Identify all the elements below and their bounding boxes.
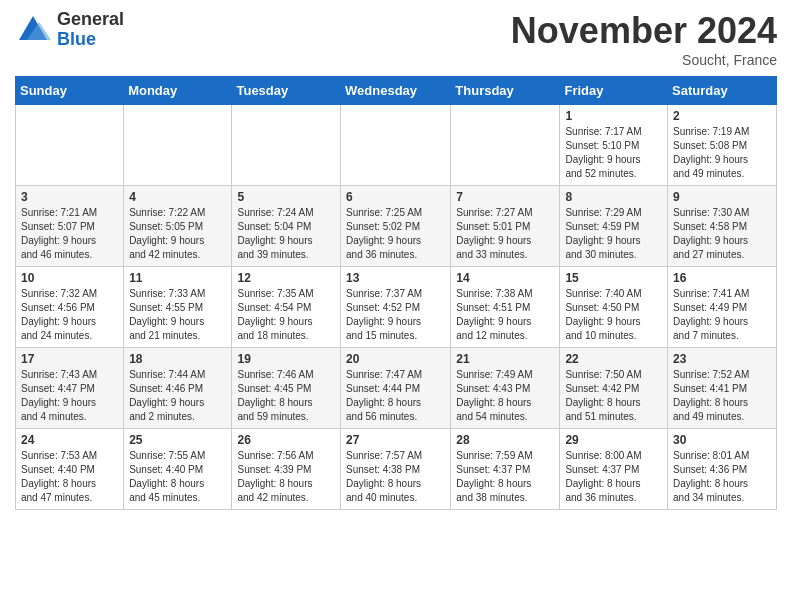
weekday-monday: Monday [124,77,232,105]
day-info: Sunrise: 7:41 AM Sunset: 4:49 PM Dayligh… [673,287,771,343]
day-number: 25 [129,433,226,447]
day-info: Sunrise: 7:27 AM Sunset: 5:01 PM Dayligh… [456,206,554,262]
calendar-cell: 14Sunrise: 7:38 AM Sunset: 4:51 PM Dayli… [451,267,560,348]
day-info: Sunrise: 7:47 AM Sunset: 4:44 PM Dayligh… [346,368,445,424]
calendar-cell: 8Sunrise: 7:29 AM Sunset: 4:59 PM Daylig… [560,186,668,267]
day-number: 7 [456,190,554,204]
calendar-cell: 26Sunrise: 7:56 AM Sunset: 4:39 PM Dayli… [232,429,341,510]
day-info: Sunrise: 7:59 AM Sunset: 4:37 PM Dayligh… [456,449,554,505]
calendar-cell: 16Sunrise: 7:41 AM Sunset: 4:49 PM Dayli… [668,267,777,348]
day-info: Sunrise: 7:17 AM Sunset: 5:10 PM Dayligh… [565,125,662,181]
day-info: Sunrise: 7:38 AM Sunset: 4:51 PM Dayligh… [456,287,554,343]
day-info: Sunrise: 7:55 AM Sunset: 4:40 PM Dayligh… [129,449,226,505]
calendar-cell: 30Sunrise: 8:01 AM Sunset: 4:36 PM Dayli… [668,429,777,510]
day-info: Sunrise: 7:30 AM Sunset: 4:58 PM Dayligh… [673,206,771,262]
day-info: Sunrise: 7:19 AM Sunset: 5:08 PM Dayligh… [673,125,771,181]
logo-general-text: General [57,10,124,30]
month-title: November 2024 [511,10,777,52]
header: General Blue November 2024 Soucht, Franc… [15,10,777,68]
calendar-cell: 3Sunrise: 7:21 AM Sunset: 5:07 PM Daylig… [16,186,124,267]
day-info: Sunrise: 7:53 AM Sunset: 4:40 PM Dayligh… [21,449,118,505]
day-info: Sunrise: 7:46 AM Sunset: 4:45 PM Dayligh… [237,368,335,424]
calendar-week-row: 10Sunrise: 7:32 AM Sunset: 4:56 PM Dayli… [16,267,777,348]
weekday-friday: Friday [560,77,668,105]
calendar-cell: 15Sunrise: 7:40 AM Sunset: 4:50 PM Dayli… [560,267,668,348]
calendar-cell [16,105,124,186]
calendar-cell: 12Sunrise: 7:35 AM Sunset: 4:54 PM Dayli… [232,267,341,348]
day-info: Sunrise: 7:37 AM Sunset: 4:52 PM Dayligh… [346,287,445,343]
day-number: 13 [346,271,445,285]
calendar-cell [341,105,451,186]
day-number: 14 [456,271,554,285]
weekday-wednesday: Wednesday [341,77,451,105]
calendar-header: SundayMondayTuesdayWednesdayThursdayFrid… [16,77,777,105]
day-number: 11 [129,271,226,285]
calendar-cell: 27Sunrise: 7:57 AM Sunset: 4:38 PM Dayli… [341,429,451,510]
day-info: Sunrise: 7:24 AM Sunset: 5:04 PM Dayligh… [237,206,335,262]
day-number: 16 [673,271,771,285]
calendar-cell: 19Sunrise: 7:46 AM Sunset: 4:45 PM Dayli… [232,348,341,429]
calendar-cell: 11Sunrise: 7:33 AM Sunset: 4:55 PM Dayli… [124,267,232,348]
day-number: 9 [673,190,771,204]
day-info: Sunrise: 8:01 AM Sunset: 4:36 PM Dayligh… [673,449,771,505]
calendar-cell: 20Sunrise: 7:47 AM Sunset: 4:44 PM Dayli… [341,348,451,429]
day-number: 19 [237,352,335,366]
calendar-cell [232,105,341,186]
day-number: 15 [565,271,662,285]
calendar-cell: 22Sunrise: 7:50 AM Sunset: 4:42 PM Dayli… [560,348,668,429]
calendar-cell: 7Sunrise: 7:27 AM Sunset: 5:01 PM Daylig… [451,186,560,267]
day-number: 4 [129,190,226,204]
day-number: 5 [237,190,335,204]
weekday-tuesday: Tuesday [232,77,341,105]
day-number: 26 [237,433,335,447]
day-info: Sunrise: 7:43 AM Sunset: 4:47 PM Dayligh… [21,368,118,424]
title-block: November 2024 Soucht, France [511,10,777,68]
day-number: 22 [565,352,662,366]
day-info: Sunrise: 7:32 AM Sunset: 4:56 PM Dayligh… [21,287,118,343]
day-number: 12 [237,271,335,285]
day-number: 20 [346,352,445,366]
day-number: 21 [456,352,554,366]
calendar-cell: 21Sunrise: 7:49 AM Sunset: 4:43 PM Dayli… [451,348,560,429]
day-info: Sunrise: 7:33 AM Sunset: 4:55 PM Dayligh… [129,287,226,343]
calendar-cell: 9Sunrise: 7:30 AM Sunset: 4:58 PM Daylig… [668,186,777,267]
day-info: Sunrise: 8:00 AM Sunset: 4:37 PM Dayligh… [565,449,662,505]
calendar-cell: 4Sunrise: 7:22 AM Sunset: 5:05 PM Daylig… [124,186,232,267]
day-info: Sunrise: 7:21 AM Sunset: 5:07 PM Dayligh… [21,206,118,262]
day-info: Sunrise: 7:57 AM Sunset: 4:38 PM Dayligh… [346,449,445,505]
day-info: Sunrise: 7:49 AM Sunset: 4:43 PM Dayligh… [456,368,554,424]
weekday-row: SundayMondayTuesdayWednesdayThursdayFrid… [16,77,777,105]
calendar-cell: 1Sunrise: 7:17 AM Sunset: 5:10 PM Daylig… [560,105,668,186]
day-number: 8 [565,190,662,204]
day-number: 6 [346,190,445,204]
calendar-cell: 6Sunrise: 7:25 AM Sunset: 5:02 PM Daylig… [341,186,451,267]
day-number: 24 [21,433,118,447]
calendar-cell: 29Sunrise: 8:00 AM Sunset: 4:37 PM Dayli… [560,429,668,510]
day-info: Sunrise: 7:52 AM Sunset: 4:41 PM Dayligh… [673,368,771,424]
calendar-cell: 24Sunrise: 7:53 AM Sunset: 4:40 PM Dayli… [16,429,124,510]
calendar-week-row: 24Sunrise: 7:53 AM Sunset: 4:40 PM Dayli… [16,429,777,510]
day-info: Sunrise: 7:25 AM Sunset: 5:02 PM Dayligh… [346,206,445,262]
day-number: 2 [673,109,771,123]
day-info: Sunrise: 7:50 AM Sunset: 4:42 PM Dayligh… [565,368,662,424]
day-info: Sunrise: 7:44 AM Sunset: 4:46 PM Dayligh… [129,368,226,424]
day-info: Sunrise: 7:40 AM Sunset: 4:50 PM Dayligh… [565,287,662,343]
calendar-cell: 13Sunrise: 7:37 AM Sunset: 4:52 PM Dayli… [341,267,451,348]
calendar-cell: 23Sunrise: 7:52 AM Sunset: 4:41 PM Dayli… [668,348,777,429]
day-number: 29 [565,433,662,447]
calendar-week-row: 3Sunrise: 7:21 AM Sunset: 5:07 PM Daylig… [16,186,777,267]
calendar-cell: 17Sunrise: 7:43 AM Sunset: 4:47 PM Dayli… [16,348,124,429]
day-number: 1 [565,109,662,123]
day-info: Sunrise: 7:35 AM Sunset: 4:54 PM Dayligh… [237,287,335,343]
day-number: 10 [21,271,118,285]
day-number: 18 [129,352,226,366]
calendar-cell: 5Sunrise: 7:24 AM Sunset: 5:04 PM Daylig… [232,186,341,267]
day-number: 30 [673,433,771,447]
day-number: 17 [21,352,118,366]
calendar: SundayMondayTuesdayWednesdayThursdayFrid… [15,76,777,510]
calendar-cell: 2Sunrise: 7:19 AM Sunset: 5:08 PM Daylig… [668,105,777,186]
calendar-cell [451,105,560,186]
calendar-week-row: 1Sunrise: 7:17 AM Sunset: 5:10 PM Daylig… [16,105,777,186]
weekday-thursday: Thursday [451,77,560,105]
page: General Blue November 2024 Soucht, Franc… [0,0,792,520]
